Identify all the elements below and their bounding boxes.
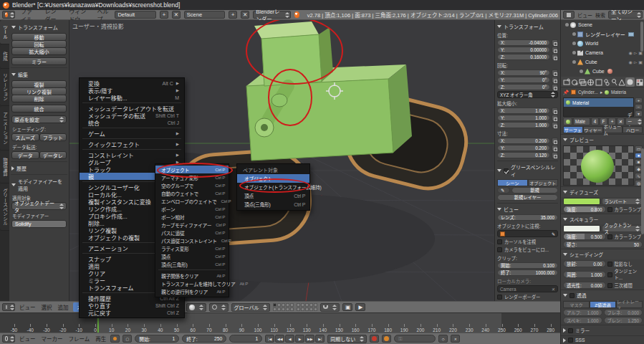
mirror-panel-header[interactable]: ミラー bbox=[561, 325, 644, 335]
rotation-field[interactable]: Y:0° bbox=[497, 77, 550, 83]
scale-field[interactable]: X:1.000 bbox=[497, 108, 550, 114]
rotation-field[interactable]: Z:0° bbox=[497, 84, 550, 90]
lock-camera-checkbox[interactable] bbox=[497, 247, 502, 252]
menu-item[interactable]: 元に戻すCtrl Z bbox=[80, 309, 184, 316]
menu-item[interactable]: オブジェクトCtrl P bbox=[155, 166, 229, 173]
layer-toggle[interactable] bbox=[282, 307, 285, 311]
slot-add-button[interactable]: + bbox=[635, 97, 643, 103]
browse-material-button[interactable] bbox=[563, 118, 572, 125]
lock-cursor-checkbox[interactable] bbox=[497, 239, 502, 244]
lock-icon[interactable] bbox=[552, 108, 558, 114]
menu-item[interactable]: パスに追従Ctrl P bbox=[155, 229, 229, 236]
sync-dropdown[interactable]: 同期しない bbox=[327, 335, 367, 343]
hardness-field[interactable]: 硬さ:50 bbox=[563, 241, 643, 248]
lock-icon[interactable] bbox=[552, 77, 558, 83]
shading-button[interactable]: フラット bbox=[39, 133, 67, 141]
menu-search[interactable]: 検索 bbox=[595, 11, 605, 19]
clip-end-field[interactable]: 終了:1000.000 bbox=[497, 269, 558, 276]
tool-shelf-tab[interactable]: グリースペンシル bbox=[0, 183, 9, 231]
layer-grid-2[interactable] bbox=[297, 303, 317, 311]
menu-item[interactable]: ラティス変形Ctrl P bbox=[155, 244, 229, 252]
menu-item[interactable]: ゲーム▶ bbox=[80, 130, 184, 137]
menu-item[interactable]: 頂点Ctrl P bbox=[237, 191, 309, 200]
breadcrumb-object[interactable]: Cylinder... bbox=[578, 90, 598, 95]
menu-item[interactable]: エンベロープのウェイトでCtrl P bbox=[155, 197, 229, 205]
menu-item[interactable]: ボーン相対Ctrl P bbox=[155, 213, 229, 221]
keying-set-dropdown[interactable] bbox=[382, 335, 391, 343]
menu-item[interactable]: 表示/隠す▶ bbox=[80, 87, 184, 94]
location-field[interactable]: X:-0.04000 bbox=[497, 39, 550, 46]
lock-button[interactable]: ▢ bbox=[122, 335, 132, 343]
breadcrumb-material[interactable]: Materia bbox=[611, 90, 626, 95]
expand-icon[interactable] bbox=[572, 51, 576, 54]
record-button[interactable] bbox=[370, 335, 379, 343]
restrict-toggles[interactable]: ◉▻▣ bbox=[628, 59, 643, 64]
visibility-eye-icon[interactable]: ◉ bbox=[628, 50, 632, 55]
menu-item[interactable]: メッシュデータの転送Shift Ctrl T bbox=[80, 112, 184, 119]
transfer-button[interactable]: データレ bbox=[39, 151, 67, 159]
pivot-dropdown[interactable] bbox=[209, 303, 229, 312]
rotation-mode-dropdown[interactable]: XYZ オイラー角 bbox=[497, 91, 558, 98]
editor-type-button[interactable] bbox=[2, 335, 15, 343]
layer-toggle[interactable] bbox=[297, 307, 300, 311]
outliner-row[interactable]: Cube bbox=[561, 67, 644, 76]
scale-field[interactable]: Y:1.000 bbox=[497, 115, 550, 121]
outliner-row[interactable]: Scene bbox=[561, 20, 644, 29]
diffuse-shader-dropdown[interactable]: ランバート bbox=[602, 198, 643, 205]
transfer-button[interactable]: データ bbox=[11, 151, 39, 159]
menu-item[interactable]: クイックエフェクト▶ bbox=[80, 140, 184, 148]
shading-value-field[interactable]: 周囲:1.000 bbox=[563, 271, 606, 278]
current-frame-field[interactable]: 1 bbox=[229, 335, 262, 343]
layer-toggle[interactable] bbox=[301, 307, 304, 311]
menu-marker[interactable]: マーカー bbox=[40, 335, 64, 343]
transparency-field[interactable]: フレネ:0.000 bbox=[604, 309, 643, 316]
specular-shader-dropdown[interactable]: クックトランス bbox=[602, 225, 643, 232]
preview-range-button[interactable] bbox=[110, 335, 120, 343]
layer-toggle[interactable] bbox=[277, 307, 281, 311]
transparency-checkbox[interactable] bbox=[569, 293, 575, 298]
transparency-field[interactable]: スペキ:1.000 bbox=[563, 317, 602, 324]
menu-item[interactable]: 頂点(三角形)Ctrl P bbox=[155, 260, 229, 268]
render-opengl-button[interactable]: ▣ bbox=[342, 303, 352, 311]
eyedropper-icon[interactable]: ✎ bbox=[552, 231, 555, 236]
play-reverse-button[interactable]: ◀ bbox=[285, 335, 294, 343]
layer-grid-1[interactable] bbox=[273, 303, 294, 311]
clear-icon[interactable]: ✕ bbox=[552, 287, 555, 292]
menu-item[interactable]: オブジェクト(トランスフォーム維持) bbox=[237, 183, 309, 191]
tool-shelf-tab[interactable]: アニメーション bbox=[0, 106, 9, 150]
menu-item[interactable]: オブジェクト bbox=[237, 174, 309, 183]
layer-toggle[interactable] bbox=[305, 307, 309, 311]
frame-end-field[interactable]: 終了:250 bbox=[182, 335, 226, 343]
shading-checkbox[interactable] bbox=[607, 262, 612, 267]
join-button[interactable]: 統合 bbox=[11, 105, 67, 113]
render-border-checkbox[interactable] bbox=[497, 295, 502, 300]
menu-item[interactable]: コンストレイント▶ bbox=[80, 151, 184, 158]
specular-ramp-checkbox[interactable] bbox=[607, 234, 612, 239]
layer-toggle[interactable] bbox=[286, 303, 289, 307]
menu-item[interactable]: 変換Alt C▶ bbox=[80, 80, 184, 87]
layer-toggle[interactable] bbox=[297, 303, 300, 307]
renderable-camera-icon[interactable]: ▣ bbox=[638, 59, 643, 64]
menu-item[interactable]: 親との逆行列をクリアAlt P bbox=[155, 287, 229, 295]
menu-item[interactable]: やり直すShift Ctrl Z bbox=[80, 302, 184, 309]
menu-item[interactable]: 頂点Ctrl P bbox=[155, 252, 229, 260]
expand-icon[interactable] bbox=[572, 42, 576, 45]
lock-icon[interactable] bbox=[552, 54, 558, 60]
menu-view[interactable]: ビュー bbox=[18, 303, 37, 311]
location-field[interactable]: Y:0.00000 bbox=[497, 47, 550, 53]
menu-item[interactable]: レイヤー移動...M bbox=[80, 94, 184, 101]
outliner-row[interactable]: レンダーレイヤー bbox=[561, 29, 644, 39]
lock-icon[interactable] bbox=[552, 47, 558, 53]
transform-panel-header[interactable]: トランスフォーム bbox=[497, 23, 558, 30]
render-engine-selector[interactable]: Blenderレンダー bbox=[253, 11, 291, 19]
section-edit[interactable]: 編集 bbox=[11, 71, 67, 78]
menu-frame[interactable]: フレーム bbox=[67, 335, 92, 343]
prev-keyframe-button[interactable]: ◀◀ bbox=[275, 335, 284, 343]
transform-button[interactable]: 拡大縮小 bbox=[11, 47, 67, 55]
shading-button[interactable]: スムーズ bbox=[11, 133, 39, 141]
menu-view[interactable]: ビュー bbox=[18, 335, 37, 343]
menu-item[interactable]: メッシュデータレイアウトを転送 bbox=[80, 105, 184, 112]
properties-tab-icons[interactable] bbox=[562, 77, 643, 87]
expand-icon[interactable] bbox=[580, 70, 583, 73]
menu-item[interactable]: トランスフォームを維持してクリアAlt P bbox=[155, 280, 229, 287]
